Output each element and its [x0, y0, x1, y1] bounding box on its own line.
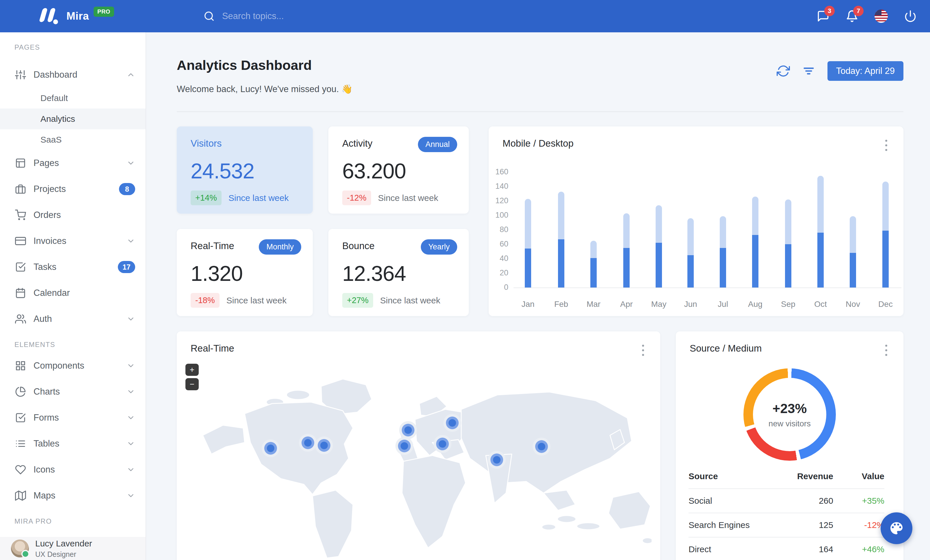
sidebar-item-orders[interactable]: Orders — [0, 202, 146, 228]
cell-revenue: 164 — [787, 545, 833, 554]
sidebar-item-tasks[interactable]: Tasks17 — [0, 254, 146, 280]
column-header: Revenue — [787, 471, 833, 481]
users-icon — [15, 313, 26, 324]
stat-value: 12.364 — [342, 261, 406, 286]
messages-button[interactable]: 3 — [817, 10, 830, 23]
bar-apr — [623, 213, 630, 288]
stat-delta-chip: -12% — [342, 190, 371, 205]
x-axis-line — [514, 287, 901, 288]
date-range-button[interactable]: Today: April 29 — [827, 61, 904, 81]
stat-value: 1.320 — [191, 261, 243, 286]
chevron-down-icon — [126, 465, 135, 474]
x-axis-label: Aug — [742, 300, 768, 309]
sidebar-item-components[interactable]: Components — [0, 353, 146, 379]
map-zoom-in-button[interactable]: + — [185, 364, 199, 376]
bar-jul — [720, 216, 726, 288]
map-menu-button[interactable] — [637, 344, 649, 357]
sidebar-item-charts[interactable]: Charts — [0, 379, 146, 405]
sidebar-item-label: Components — [34, 361, 126, 371]
sidebar-subitem-saas[interactable]: SaaS — [0, 129, 146, 150]
header-divider — [177, 111, 904, 112]
chevron-down-icon — [126, 315, 135, 323]
credit-card-icon — [15, 236, 26, 247]
source-title: Source / Medium — [690, 343, 762, 354]
bar-mar — [590, 241, 597, 288]
chevron-up-icon — [126, 71, 135, 79]
sidebar-item-dashboard[interactable]: Dashboard — [0, 62, 146, 88]
bar-aug — [752, 196, 758, 287]
bar-sep — [785, 199, 791, 287]
sidebar-item-pages[interactable]: Pages — [0, 150, 146, 176]
donut-center-label: new visitors — [768, 419, 811, 428]
map-zoom-out-button[interactable]: − — [185, 378, 199, 390]
x-axis-label: Jan — [515, 300, 541, 309]
search-input[interactable] — [222, 11, 372, 21]
pie-chart-icon — [15, 386, 26, 397]
stat-value: 63.200 — [342, 159, 406, 183]
sidebar-item-forms[interactable]: Forms — [0, 405, 146, 431]
stat-caption: Since last week — [226, 296, 286, 305]
stat-period-badge: Monthly — [259, 239, 301, 255]
map-marker — [436, 437, 449, 450]
stat-card-activity: ActivityAnnual63.200-12%Since last week — [328, 126, 469, 213]
stat-title: Real-Time — [191, 241, 234, 252]
sidebar-item-projects[interactable]: Projects8 — [0, 176, 146, 202]
sidebar-section-label: PAGES — [0, 32, 146, 62]
stat-caption: Since last week — [378, 193, 438, 203]
cell-source: Direct — [688, 545, 787, 554]
sidebar-subitem-analytics[interactable]: Analytics — [0, 109, 146, 129]
y-axis-tick: 60 — [490, 239, 508, 249]
mira-logo-icon — [39, 8, 60, 24]
y-axis-tick: 40 — [490, 254, 508, 263]
cell-revenue: 125 — [787, 520, 833, 530]
us-flag-icon[interactable] — [875, 9, 888, 23]
global-search — [203, 11, 372, 21]
sidebar-item-icons[interactable]: Icons — [0, 457, 146, 483]
table-row-social: Social260+35% — [688, 488, 884, 512]
notifications-count-badge: 7 — [853, 6, 864, 16]
sidebar-item-label: Icons — [34, 465, 126, 475]
stat-title: Bounce — [342, 241, 374, 252]
sidebar-item-maps[interactable]: Maps — [0, 483, 146, 509]
world-map — [185, 369, 651, 560]
y-axis-tick: 160 — [490, 167, 508, 176]
brand-logo[interactable]: Mira PRO — [39, 8, 114, 24]
bar-nov — [850, 216, 856, 288]
sidebar-item-label: Tasks — [34, 262, 118, 272]
y-axis-tick: 0 — [490, 283, 508, 292]
sidebar-item-calendar[interactable]: Calendar — [0, 280, 146, 306]
sidebar-subitem-default[interactable]: Default — [0, 88, 146, 109]
source-table-header: SourceRevenueValue — [688, 464, 884, 488]
calendar-icon — [15, 287, 26, 298]
source-menu-button[interactable] — [880, 344, 892, 357]
bar-feb — [558, 192, 564, 288]
notifications-button[interactable]: 7 — [846, 10, 858, 23]
sidebar-item-label: Maps — [34, 491, 126, 501]
filter-button[interactable] — [802, 64, 815, 78]
sidebar-item-label: Pages — [34, 158, 126, 168]
refresh-button[interactable] — [777, 64, 790, 78]
map-marker — [446, 417, 459, 429]
sidebar-item-tables[interactable]: Tables — [0, 431, 146, 457]
grid-icon — [15, 360, 26, 371]
check-square-icon — [15, 412, 26, 423]
x-axis-label: Feb — [548, 300, 574, 309]
mobile-desktop-chart-card: Mobile / Desktop 020406080100120140160Ja… — [489, 126, 904, 316]
chart-menu-button[interactable] — [880, 138, 892, 152]
map-title: Real-Time — [191, 343, 234, 354]
sidebar-item-invoices[interactable]: Invoices — [0, 228, 146, 254]
sidebar-item-auth[interactable]: Auth — [0, 306, 146, 332]
x-axis-label: Apr — [613, 300, 639, 309]
chart-title: Mobile / Desktop — [502, 138, 574, 149]
chevron-down-icon — [126, 413, 135, 422]
cell-value: -12% — [833, 520, 884, 530]
bar-dec — [882, 181, 889, 288]
table-row-direct: Direct164+46% — [688, 537, 884, 560]
sidebar-user-profile[interactable]: Lucy Lavender UX Designer — [0, 537, 146, 560]
logout-button[interactable] — [904, 10, 917, 23]
realtime-map-card: Real-Time — [177, 331, 660, 560]
column-header: Source — [688, 471, 787, 481]
theme-settings-fab[interactable] — [881, 512, 912, 544]
y-axis-tick: 120 — [490, 196, 508, 205]
map-marker — [302, 436, 314, 449]
